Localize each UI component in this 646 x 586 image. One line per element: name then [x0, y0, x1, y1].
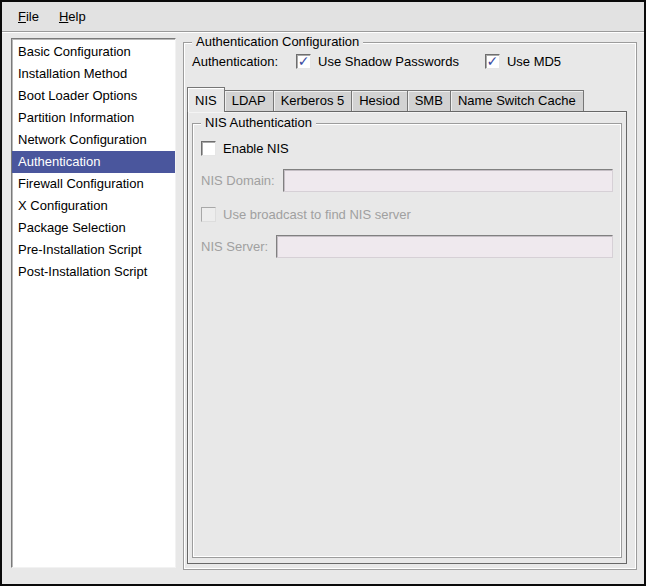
section-list[interactable]: Basic Configuration Installation Method …: [11, 38, 176, 568]
nis-server-row: NIS Server:: [201, 235, 613, 258]
sidebar-item-network-configuration[interactable]: Network Configuration: [12, 129, 175, 151]
tab-ldap[interactable]: LDAP: [224, 90, 274, 111]
sidebar-item-authentication[interactable]: Authentication: [12, 151, 175, 173]
nis-domain-label: NIS Domain:: [201, 173, 275, 188]
nis-tab-page: NIS Authentication Enable NIS NIS Domain…: [187, 111, 627, 564]
use-broadcast-checkbox: [201, 207, 216, 222]
menu-file[interactable]: File: [8, 5, 49, 28]
enable-nis-row: Enable NIS: [201, 141, 613, 156]
sidebar-item-pre-installation-script[interactable]: Pre-Installation Script: [12, 239, 175, 261]
sidebar-item-installation-method[interactable]: Installation Method: [12, 63, 175, 85]
nis-domain-input: [283, 169, 613, 192]
nis-domain-row: NIS Domain:: [201, 169, 613, 192]
nis-frame-title: NIS Authentication: [201, 115, 316, 130]
enable-nis-label[interactable]: Enable NIS: [223, 141, 289, 156]
enable-nis-checkbox[interactable]: [201, 141, 216, 156]
nis-authentication-frame: NIS Authentication Enable NIS NIS Domain…: [192, 123, 622, 558]
sidebar-item-x-configuration[interactable]: X Configuration: [12, 195, 175, 217]
sidebar-item-basic-configuration[interactable]: Basic Configuration: [12, 41, 175, 63]
tab-bar: NIS LDAP Kerberos 5 Hesiod SMB Name Swit…: [187, 86, 627, 111]
kickstart-configurator-window: File Help Basic Configuration Installati…: [0, 0, 646, 586]
use-md5-label[interactable]: Use MD5: [507, 54, 561, 69]
broadcast-row: Use broadcast to find NIS server: [201, 207, 613, 222]
tab-smb[interactable]: SMB: [407, 90, 451, 111]
use-md5-checkbox[interactable]: [485, 54, 500, 69]
tab-hesiod[interactable]: Hesiod: [351, 90, 407, 111]
sidebar-item-boot-loader-options[interactable]: Boot Loader Options: [12, 85, 175, 107]
menubar: File Help: [2, 2, 644, 32]
use-broadcast-label: Use broadcast to find NIS server: [223, 207, 411, 222]
tab-name-switch-cache[interactable]: Name Switch Cache: [450, 90, 584, 111]
use-shadow-passwords-option[interactable]: Use Shadow Passwords: [296, 54, 459, 69]
tab-kerberos-5[interactable]: Kerberos 5: [273, 90, 353, 111]
authentication-configuration-frame: Authentication Configuration Authenticat…: [183, 42, 637, 570]
nis-server-label: NIS Server:: [201, 239, 268, 254]
sidebar-item-package-selection[interactable]: Package Selection: [12, 217, 175, 239]
nis-server-input: [276, 235, 613, 258]
authentication-label: Authentication:: [192, 54, 278, 69]
use-md5-option[interactable]: Use MD5: [485, 54, 561, 69]
authentication-options-row: Authentication: Use Shadow Passwords Use…: [192, 54, 630, 69]
sidebar-item-partition-information[interactable]: Partition Information: [12, 107, 175, 129]
use-shadow-passwords-label[interactable]: Use Shadow Passwords: [318, 54, 459, 69]
sidebar-item-post-installation-script[interactable]: Post-Installation Script: [12, 261, 175, 283]
tab-nis[interactable]: NIS: [187, 87, 225, 112]
use-shadow-passwords-checkbox[interactable]: [296, 54, 311, 69]
sidebar-item-firewall-configuration[interactable]: Firewall Configuration: [12, 173, 175, 195]
menu-help[interactable]: Help: [49, 5, 96, 28]
frame-title: Authentication Configuration: [192, 34, 363, 49]
authentication-notebook: NIS LDAP Kerberos 5 Hesiod SMB Name Swit…: [187, 86, 627, 564]
